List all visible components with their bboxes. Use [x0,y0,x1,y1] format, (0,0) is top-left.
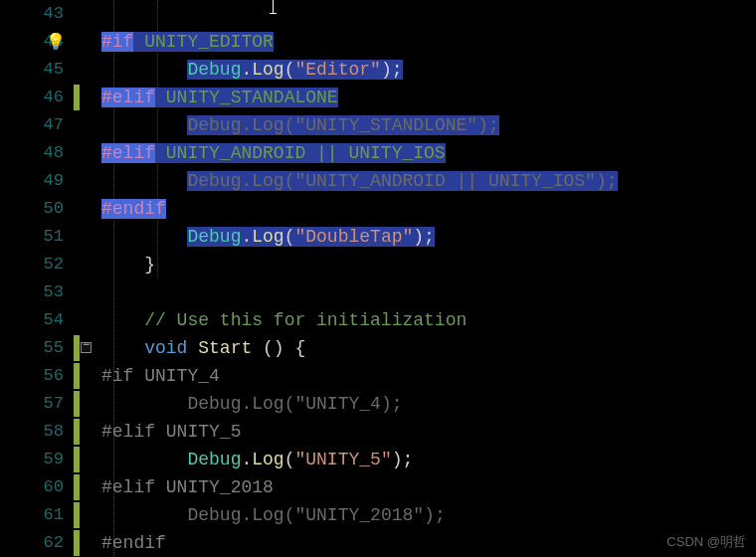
code-line[interactable]: #elif UNITY_ANDROID || UNITY_IOS [95,139,756,167]
code-line[interactable]: #if UNITY_4 [95,362,756,390]
change-marker [74,85,80,110]
collapse-icon[interactable] [81,342,92,353]
change-marker [74,363,80,389]
line-number: 57 [0,390,64,418]
line-number: 47 [0,111,64,139]
line-number: 53 [0,278,64,306]
change-marker [74,502,80,528]
code-line[interactable]: Debug.Log("UNITY_ANDROID || UNITY_IOS"); [95,167,756,195]
line-number: 52 [0,251,64,278]
line-number: 62 [0,529,64,557]
line-number: 50 [0,195,64,223]
watermark: CSDN @明哲 [666,533,746,551]
change-marker [74,447,80,472]
line-number: 54 [0,306,64,334]
line-number-gutter: 43 44 45 46 47 48 49 50 51 52 53 54 55 5… [0,0,70,557]
lightbulb-icon[interactable]: 💡 [46,32,66,52]
line-number: 46 [0,84,64,111]
code-line[interactable]: #elif UNITY_5 [95,418,756,446]
code-line[interactable]: } [95,251,756,278]
code-line[interactable]: #endif [95,195,756,223]
code-line[interactable]: Debug.Log("UNITY_2018"); [95,501,756,529]
code-editor[interactable]: 43 44 45 46 47 48 49 50 51 52 53 54 55 5… [0,0,756,557]
code-line[interactable]: #elif UNITY_STANDALONE [95,84,756,111]
change-marker [74,391,80,417]
code-line[interactable] [95,278,756,306]
line-number: 48 [0,139,64,167]
line-number: 45 [0,56,64,84]
line-number: 59 [0,446,64,473]
code-line[interactable]: #endif [95,529,756,557]
change-marker [74,474,80,500]
code-line[interactable]: Debug.Log("UNITY_4); [95,390,756,418]
code-line[interactable]: Debug.Log("UNITY_5"); [95,446,756,473]
code-line[interactable]: void Start () { [95,334,756,362]
change-marker [74,530,80,556]
line-number: 49 [0,167,64,195]
line-number: 55 [0,334,64,362]
line-number: 61 [0,501,64,529]
line-number: 43 [0,0,64,28]
code-line[interactable]: Debug.Log("Editor"); [95,56,756,84]
code-line[interactable] [95,0,756,28]
code-line[interactable]: Debug.Log("DoubleTap"); [95,223,756,251]
code-line[interactable]: // Use this for initialization [95,306,756,334]
line-number: 58 [0,418,64,446]
code-area[interactable]: #if UNITY_EDITOR Debug.Log("Editor"); #e… [95,0,756,557]
code-line[interactable]: #elif UNITY_2018 [95,473,756,501]
editor-margin: 💡 [70,0,95,557]
change-marker [74,335,80,361]
line-number: 51 [0,223,64,251]
code-line[interactable]: #if UNITY_EDITOR [95,28,756,56]
line-number: 60 [0,473,64,501]
line-number: 56 [0,362,64,390]
code-line[interactable]: Debug.Log("UNITY_STANDLONE"); [95,111,756,139]
change-marker [74,419,80,445]
